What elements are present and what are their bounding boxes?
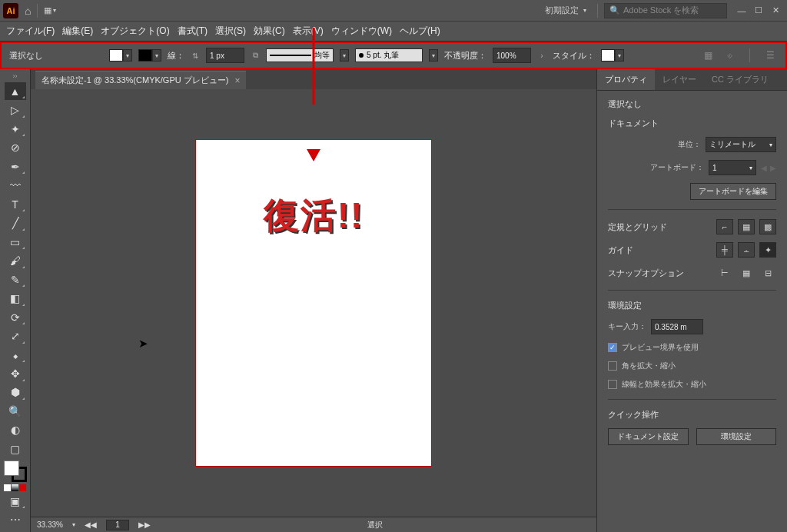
fill-stroke-swatch[interactable]: [4, 461, 27, 482]
artboard-select[interactable]: 1▾: [709, 160, 756, 175]
magic-wand-tool[interactable]: ✦: [5, 120, 26, 138]
dropdown-icon[interactable]: ▾: [429, 49, 438, 62]
stroke-weight-stepper-icon[interactable]: ⇅: [191, 52, 200, 60]
guide-label: ガイド: [608, 244, 712, 256]
screen-mode-tool[interactable]: ▣: [5, 492, 26, 510]
search-icon: 🔍: [609, 5, 620, 15]
minimize-button[interactable]: —: [733, 5, 750, 17]
stroke-profile-dropdown[interactable]: 均等: [266, 48, 334, 62]
checkbox-icon: [608, 380, 617, 389]
lasso-tool[interactable]: ⊘: [5, 138, 26, 156]
artboard[interactable]: 復活!!: [195, 139, 432, 467]
tab-properties[interactable]: プロパティ: [597, 69, 655, 90]
tab-layers[interactable]: レイヤー: [655, 69, 704, 90]
document-tab[interactable]: 名称未設定-1 @ 33.33%(CMYK/GPU プレビュー) ×: [35, 71, 246, 89]
arrange-docs-dropdown[interactable]: ▦ ▾: [44, 5, 56, 15]
shape-builder-tool[interactable]: ⬢: [5, 384, 26, 401]
chevron-right-icon[interactable]: ›: [537, 52, 546, 60]
close-icon[interactable]: ×: [234, 75, 240, 86]
ruler-grid-label: 定規とグリッド: [608, 221, 712, 233]
rotate-tool[interactable]: ⟳: [5, 308, 26, 326]
zoom-level[interactable]: 33.33%: [37, 520, 63, 529]
menu-type[interactable]: 書式(T): [178, 25, 208, 38]
rectangle-tool[interactable]: ▭: [5, 233, 26, 251]
pen-tool[interactable]: ✒: [5, 158, 26, 175]
search-input[interactable]: 🔍 Adobe Stock を検索: [604, 3, 727, 18]
smart-guide-icon[interactable]: ✦: [759, 242, 776, 258]
type-tool[interactable]: T: [5, 195, 26, 213]
quick-actions-title: クイック操作: [608, 409, 776, 421]
canvas[interactable]: 復活!! ➤: [31, 89, 596, 517]
scale-corners-checkbox[interactable]: 角を拡大・縮小: [608, 361, 776, 371]
nav-prev-icon[interactable]: ◀◀: [85, 520, 97, 529]
arrow-head-icon: [307, 149, 320, 161]
edit-artboard-button[interactable]: アートボードを編集: [690, 183, 776, 200]
direct-selection-tool[interactable]: ▷: [5, 101, 26, 118]
stroke-swatch[interactable]: ▾: [138, 49, 161, 62]
transform-icon[interactable]: ⟐: [722, 48, 737, 62]
panel-tabs: プロパティ レイヤー CC ライブラリ: [597, 69, 787, 91]
options-icon[interactable]: ☰: [762, 48, 778, 62]
workspace-switcher[interactable]: 初期設定 ▾: [545, 5, 586, 16]
use-preview-bounds-checkbox[interactable]: ✓ プレビュー境界を使用: [608, 342, 776, 353]
close-button[interactable]: ✕: [767, 5, 784, 17]
status-bar: 33.33%▾ ◀◀ 1 ▶▶ 選択: [31, 517, 596, 532]
selection-tool[interactable]: ▲: [5, 82, 26, 100]
dropdown-icon[interactable]: ▾: [340, 49, 349, 62]
menu-window[interactable]: ウィンドウ(W): [331, 25, 392, 38]
zoom-tool[interactable]: 🔍: [5, 402, 26, 420]
menu-view[interactable]: 表示(V): [293, 25, 324, 38]
edit-toolbar[interactable]: ⋯: [5, 510, 26, 528]
key-increment-input[interactable]: 0.3528 m: [651, 319, 703, 334]
guide-toggle-icon[interactable]: ╪: [716, 242, 733, 258]
menu-file[interactable]: ファイル(F): [6, 25, 55, 38]
menu-help[interactable]: ヘルプ(H): [400, 25, 440, 38]
window-buttons: — ☐ ✕: [733, 5, 784, 17]
scale-strokes-checkbox[interactable]: 線幅と効果を拡大・縮小: [608, 379, 776, 390]
scale-tool[interactable]: ⤢: [5, 327, 26, 344]
link-icon[interactable]: ⧉: [251, 51, 260, 60]
color-mode-icons[interactable]: [4, 484, 26, 491]
artboard-nav[interactable]: ◀▶: [761, 164, 776, 172]
shaper-tool[interactable]: ✎: [5, 271, 26, 288]
checkbox-icon: ✓: [608, 343, 617, 352]
curvature-tool[interactable]: 〰: [5, 176, 26, 194]
grid-icon[interactable]: ▦: [738, 219, 755, 234]
tab-cc-libraries[interactable]: CC ライブラリ: [704, 69, 776, 90]
menu-object[interactable]: オブジェクト(O): [101, 25, 169, 38]
artboard-nav-input[interactable]: 1: [106, 520, 129, 530]
snap-pixel-icon[interactable]: ⊟: [759, 265, 776, 281]
guide-lock-icon[interactable]: ⫠: [738, 242, 755, 258]
brush-dropdown[interactable]: 5 pt. 丸筆: [355, 48, 423, 62]
stroke-weight-input[interactable]: 1 px: [206, 48, 244, 63]
snap-point-icon[interactable]: ⊢: [716, 265, 733, 281]
units-select[interactable]: ミリメートル▾: [706, 137, 776, 152]
menu-edit[interactable]: 編集(E): [62, 25, 93, 38]
paintbrush-tool[interactable]: 🖌: [5, 251, 26, 269]
ruler-icon[interactable]: ⌐: [716, 219, 733, 234]
snap-grid-icon[interactable]: ▦: [738, 265, 755, 281]
artboard-tool[interactable]: ▢: [5, 440, 26, 457]
opacity-input[interactable]: 100%: [493, 48, 531, 63]
nav-next-icon[interactable]: ▶▶: [138, 520, 151, 529]
menu-select[interactable]: 選択(S): [215, 25, 246, 38]
eraser-tool[interactable]: ◧: [5, 289, 26, 307]
separator: [37, 4, 38, 18]
fill-swatch[interactable]: ▾: [109, 49, 132, 62]
style-swatch[interactable]: ▾: [601, 49, 624, 62]
document-setup-button[interactable]: ドキュメント設定: [608, 428, 689, 445]
align-icon[interactable]: ▦: [700, 48, 716, 62]
maximize-button[interactable]: ☐: [750, 5, 767, 17]
transparency-grid-icon[interactable]: ▩: [759, 219, 776, 234]
width-tool[interactable]: ⬥: [5, 346, 26, 364]
selection-status: 選択なし: [608, 98, 776, 110]
preferences-button[interactable]: 環境設定: [696, 428, 777, 445]
panel-grip[interactable]: ››: [13, 72, 18, 80]
menu-effect[interactable]: 効果(C): [254, 25, 285, 38]
line-tool[interactable]: ╱: [5, 214, 26, 231]
gradient-tool[interactable]: ◐: [5, 421, 26, 439]
annotation-text: 復活!!: [264, 192, 364, 240]
stroke-label: 線：: [168, 50, 184, 62]
home-icon[interactable]: ⌂: [25, 5, 31, 17]
free-transform-tool[interactable]: ✥: [5, 364, 26, 382]
